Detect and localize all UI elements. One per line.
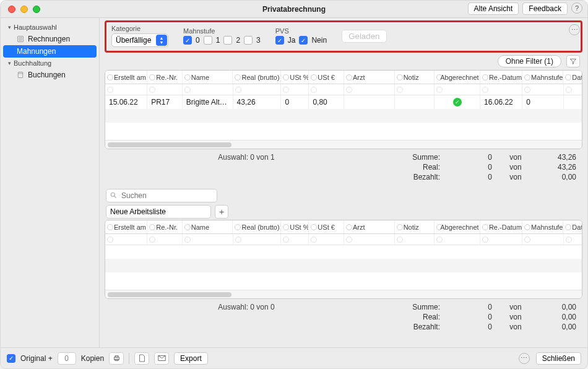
pvs-label: PVS: [275, 27, 327, 35]
sidebar-group-buchhaltung[interactable]: Buchhaltung: [1, 58, 99, 69]
th-real[interactable]: Real (brutto) €: [233, 71, 281, 84]
th-redatum[interactable]: Re.-Datum: [480, 71, 522, 84]
horizontal-scrollbar[interactable]: [105, 290, 582, 298]
filter-real[interactable]: [233, 84, 282, 95]
th-dat[interactable]: Dat: [563, 71, 582, 84]
filter-icon-button[interactable]: [566, 55, 580, 67]
th-renr[interactable]: Re.-Nr.: [147, 71, 183, 84]
mahnstufe-0-checkbox[interactable]: ✓: [183, 36, 192, 45]
alte-ansicht-button[interactable]: Alte Ansicht: [468, 2, 519, 15]
schliessen-button[interactable]: Schließen: [536, 352, 581, 365]
kopien-label: Kopien: [81, 354, 104, 363]
feedback-button[interactable]: Feedback: [522, 2, 568, 15]
th-uste[interactable]: USt €: [309, 71, 344, 84]
pvs-nein-checkbox[interactable]: ✓: [299, 36, 308, 45]
mahnstufe-2-checkbox[interactable]: [223, 36, 232, 45]
svg-line-7: [115, 196, 116, 198]
filter-mahnstufe[interactable]: [522, 84, 563, 95]
th-ustp[interactable]: USt %: [281, 71, 309, 84]
book-icon: [17, 71, 24, 79]
filter-renr[interactable]: [147, 84, 183, 95]
sidebar-label-mahnungen: Mahnungen: [17, 47, 56, 56]
filter-uste[interactable]: [309, 84, 344, 95]
table-filter-row: [105, 84, 582, 95]
table-row-empty: [105, 109, 582, 123]
original-checkbox[interactable]: ✓: [7, 354, 15, 363]
printer-icon: [113, 354, 121, 362]
worklist-name-input[interactable]: [106, 205, 211, 219]
th-abg[interactable]: Abgerechnet: [435, 71, 480, 84]
invoices-table: Erstellt am Re.-Nr. Name Real (brutto) €…: [105, 70, 582, 149]
filter-ustp[interactable]: [281, 84, 309, 95]
filter-erstellt[interactable]: [105, 84, 147, 95]
svg-rect-9: [115, 355, 118, 357]
th-erstellt[interactable]: Erstellt am: [105, 71, 147, 84]
table-row-empty: [105, 245, 582, 259]
sidebar-label-rechnungen: Rechnungen: [28, 35, 70, 43]
summary-row-2: Auswahl: 0 von 0 Summe: 0 von 0,00: [105, 299, 582, 313]
minimize-window-icon[interactable]: [20, 6, 28, 13]
kopien-stepper[interactable]: [58, 352, 76, 365]
mail-button[interactable]: [154, 352, 169, 365]
filter-highlight-box: Kategorie Überfällige ▲▼ Mahnstufe: [105, 20, 582, 53]
document-button[interactable]: [134, 352, 149, 365]
th-notiz[interactable]: Notiz: [395, 71, 435, 84]
export-button[interactable]: Export: [174, 352, 208, 365]
table-row-empty: [105, 123, 582, 136]
summary-row-1: Auswahl: 0 von 1 Summe: 0 von 43,26: [105, 149, 582, 163]
close-window-icon[interactable]: [8, 6, 15, 13]
table-row[interactable]: 15.06.22 PR17 Brigitte Alt… 43,26 0 0,80…: [105, 95, 582, 109]
mahnstufe-3-checkbox[interactable]: [244, 36, 253, 45]
envelope-icon: [158, 355, 166, 362]
help-button[interactable]: ?: [571, 2, 582, 14]
geladen-button[interactable]: Geladen: [342, 30, 386, 43]
list-icon: [17, 35, 24, 43]
sidebar-group-hauptauswahl[interactable]: Hauptauswahl: [1, 22, 99, 33]
table-row-empty: [105, 272, 582, 286]
ohne-filter-button[interactable]: Ohne Filter (1): [498, 55, 561, 67]
filter-redatum[interactable]: [480, 84, 522, 95]
more-options-button[interactable]: ⋯: [569, 24, 580, 35]
th-name[interactable]: Name: [183, 71, 233, 84]
horizontal-scrollbar[interactable]: [105, 140, 582, 149]
titlebar: Privatabrechnung Alte Ansicht Feedback ?: [1, 1, 587, 18]
zoom-window-icon[interactable]: [33, 6, 40, 13]
sidebar-item-rechnungen[interactable]: Rechnungen: [1, 33, 99, 45]
sidebar-item-mahnungen[interactable]: Mahnungen: [3, 45, 97, 58]
filter-abg[interactable]: [435, 84, 480, 95]
worklist-table: Erstellt am Re.-Nr. Name Real (brutto) €…: [105, 220, 582, 299]
svg-rect-4: [18, 72, 23, 78]
svg-point-6: [111, 193, 115, 196]
filter-name[interactable]: [183, 84, 233, 95]
th-mahnstufe[interactable]: Mahnstufe: [522, 71, 563, 84]
table-header-row: Erstellt am Re.-Nr. Name Real (brutto) €…: [105, 220, 582, 234]
funnel-icon: [569, 58, 577, 65]
app-window: Privatabrechnung Alte Ansicht Feedback ?…: [0, 0, 588, 369]
kategorie-label: Kategorie: [111, 25, 168, 32]
document-icon: [139, 354, 145, 362]
add-worklist-button[interactable]: +: [215, 205, 228, 219]
mahnstufe-1-checkbox[interactable]: [204, 36, 212, 45]
check-circle-icon: ✓: [453, 98, 462, 106]
search-box: [106, 189, 217, 202]
filter-dat[interactable]: [564, 84, 582, 95]
sidebar-label-buchungen: Buchungen: [28, 71, 66, 79]
pvs-ja-checkbox[interactable]: ✓: [275, 36, 284, 45]
filter-notiz[interactable]: [395, 84, 435, 95]
auswahl-count: Auswahl: 0 von 1: [111, 153, 382, 162]
table-header-row: Erstellt am Re.-Nr. Name Real (brutto) €…: [105, 71, 582, 84]
mahnstufe-label: Mahnstufe: [183, 27, 261, 35]
search-icon: [110, 191, 117, 201]
kategorie-select[interactable]: Überfällige: [111, 33, 168, 47]
sidebar-item-buchungen[interactable]: Buchungen: [1, 69, 99, 81]
print-button[interactable]: [109, 352, 124, 365]
original-label: Original +: [20, 354, 53, 363]
th-arzt[interactable]: Arzt: [344, 71, 395, 84]
traffic-lights: [8, 6, 40, 13]
filter-arzt[interactable]: [344, 84, 395, 95]
window-title: Privatabrechnung: [262, 5, 326, 14]
sidebar: Hauptauswahl Rechnungen Mahnungen Buchha…: [1, 18, 100, 347]
search-input[interactable]: [106, 189, 217, 202]
table-row-empty: [105, 259, 582, 272]
footer-more-button[interactable]: ⋯: [519, 353, 530, 364]
